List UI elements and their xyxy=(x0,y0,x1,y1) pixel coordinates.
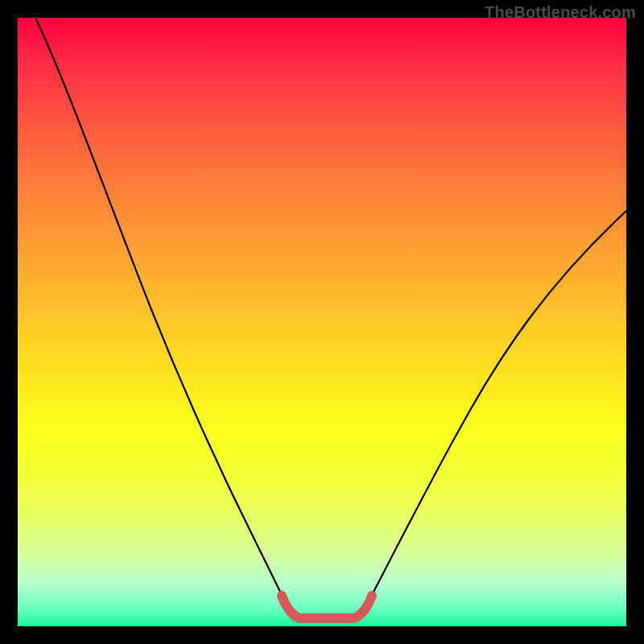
plot-area xyxy=(18,18,626,626)
chart-frame: TheBottleneck.com xyxy=(0,0,644,644)
curve-left xyxy=(35,18,285,601)
trough-flat xyxy=(282,596,372,618)
watermark-text: TheBottleneck.com xyxy=(485,3,636,22)
chart-overlay xyxy=(18,18,626,626)
curve-right xyxy=(369,211,626,601)
